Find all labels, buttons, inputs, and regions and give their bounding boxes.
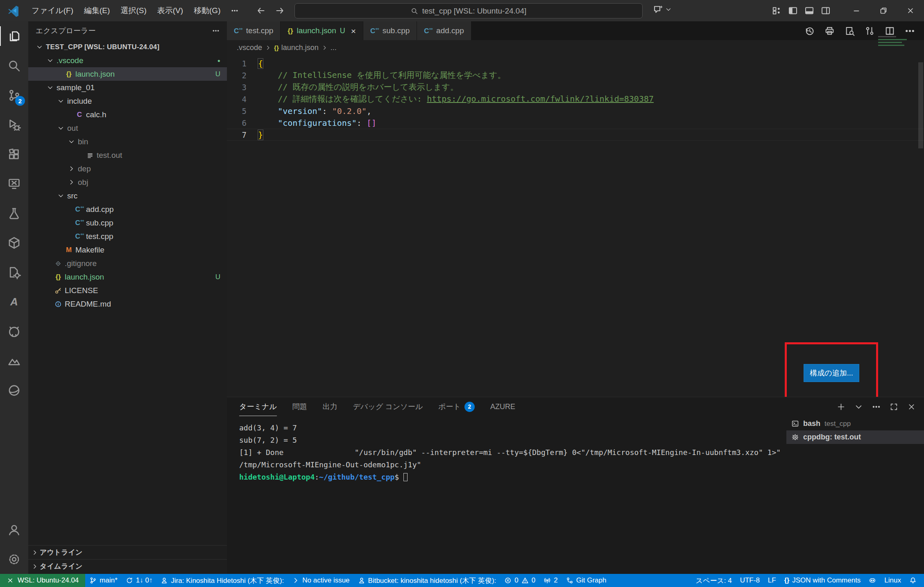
- tree-item-obj[interactable]: obj: [28, 175, 227, 189]
- activity-explorer[interactable]: [0, 21, 28, 51]
- menu-表示(V)[interactable]: 表示(V): [152, 0, 188, 21]
- nav-back[interactable]: [256, 6, 266, 16]
- customize-layout-button[interactable]: [768, 0, 785, 21]
- open-changes-button[interactable]: [865, 26, 875, 36]
- activity-run-debug[interactable]: [0, 110, 28, 139]
- activity-azure[interactable]: A: [0, 287, 28, 316]
- activity-azure-devops[interactable]: [0, 346, 28, 375]
- tree-item-sample_01[interactable]: sample_01: [28, 81, 227, 94]
- open-preview-button[interactable]: [845, 26, 855, 36]
- tab-launch.json[interactable]: {}launch.jsonU×: [281, 21, 363, 40]
- breadcrumb-item[interactable]: .vscode: [237, 43, 262, 52]
- status-notifications[interactable]: [905, 574, 921, 587]
- window-minimize-button[interactable]: [843, 0, 870, 21]
- code-editor[interactable]: 1{2 // IntelliSense を使用して利用可能な属性を学べます。3 …: [227, 55, 924, 141]
- status-ports[interactable]: 2: [539, 574, 562, 587]
- activity-containers[interactable]: [0, 228, 28, 257]
- tree-item-test.out[interactable]: test.out: [28, 148, 227, 162]
- toggle-secondary-sidebar-button[interactable]: [818, 0, 834, 21]
- status-active-issue[interactable]: No active issue: [288, 574, 353, 587]
- tab-add.cpp[interactable]: C++add.cpp: [417, 21, 471, 40]
- panel-tab-ポート[interactable]: ポート2: [438, 397, 475, 416]
- menu-more[interactable]: [226, 0, 244, 21]
- tree-item-sub.cpp[interactable]: C++sub.cpp: [28, 216, 227, 230]
- tab-sub.cpp[interactable]: C++sub.cpp: [363, 21, 417, 40]
- status-git-graph[interactable]: Git Graph: [562, 574, 611, 587]
- status-git-branch[interactable]: main*: [85, 574, 121, 587]
- status-git-sync[interactable]: 1↓ 0↑: [122, 574, 157, 587]
- status-copilot[interactable]: [865, 574, 880, 587]
- print-button[interactable]: [824, 26, 835, 36]
- copilot-menu-button[interactable]: [653, 4, 672, 15]
- tree-item-test.cpp[interactable]: C++test.cpp: [28, 230, 227, 243]
- activity-testing[interactable]: [0, 198, 28, 228]
- chevron-down-button[interactable]: [854, 403, 863, 411]
- activity-cmake[interactable]: [0, 257, 28, 287]
- terminal-instance-cppdbg: test.out[interactable]: cppdbg: test.out: [786, 430, 924, 444]
- tree-item-.gitignore[interactable]: .gitignore: [28, 257, 227, 270]
- tree-item-calc.h[interactable]: Ccalc.h: [28, 108, 227, 121]
- more-button[interactable]: [872, 403, 881, 411]
- tree-item-bin[interactable]: bin: [28, 135, 227, 148]
- activity-account[interactable]: [0, 515, 28, 544]
- panel-tab-問題[interactable]: 問題: [292, 397, 307, 416]
- window-close-button[interactable]: [897, 0, 924, 21]
- status-encoding[interactable]: UTF-8: [736, 574, 764, 587]
- tree-item-LICENSE[interactable]: LICENSE: [28, 284, 227, 297]
- terminal-output[interactable]: add(3, 4) = 7sub(7, 2) = 5[1] + Done "/u…: [239, 422, 781, 483]
- tree-item-Makefile[interactable]: MMakefile: [28, 243, 227, 257]
- maximize-button[interactable]: [890, 403, 898, 411]
- menu-ファイル(F)[interactable]: ファイル(F): [26, 0, 79, 21]
- command-center-search[interactable]: test_cpp [WSL: Ubuntu-24.04]: [294, 3, 643, 18]
- tab-close-icon[interactable]: ×: [351, 27, 356, 35]
- breadcrumb-item[interactable]: {}launch.json: [274, 43, 319, 52]
- toggle-sidebar-button[interactable]: [785, 0, 801, 21]
- status-jira[interactable]: Jira: Kinoshita Hidetoshi (木下 英俊):: [156, 574, 288, 587]
- menu-選択(S)[interactable]: 選択(S): [115, 0, 152, 21]
- tree-item-README.md[interactable]: README.md: [28, 297, 227, 311]
- activity-settings[interactable]: [0, 544, 28, 574]
- status-bitbucket[interactable]: Bitbucket: kinoshita hidetoshi (木下 英俊):: [354, 574, 500, 587]
- status-eol[interactable]: LF: [764, 574, 780, 587]
- close-button[interactable]: [907, 403, 916, 411]
- plus-button[interactable]: [837, 403, 845, 411]
- status-language[interactable]: {}JSON with Comments: [780, 574, 865, 587]
- tree-item-include[interactable]: include: [28, 94, 227, 108]
- tree-item-TEST_CPP [WSL: UBUNTU-24.04][interactable]: TEST_CPP [WSL: UBUNTU-24.04]: [28, 40, 227, 54]
- tree-item-add.cpp[interactable]: C++add.cpp: [28, 202, 227, 216]
- tree-item-dep[interactable]: dep: [28, 162, 227, 175]
- nav-forward[interactable]: [275, 6, 285, 16]
- status-problems[interactable]: 00: [500, 574, 539, 587]
- breadcrumb-item[interactable]: ...: [331, 43, 337, 52]
- terminal-instance-bash[interactable]: bashtest_cpp: [786, 417, 924, 430]
- activity-extensions[interactable]: [0, 139, 28, 169]
- window-restore-button[interactable]: [870, 0, 897, 21]
- activity-search[interactable]: [0, 51, 28, 80]
- status-indentation[interactable]: スペース: 4: [692, 574, 736, 587]
- panel-tab-デバッグ コンソール[interactable]: デバッグ コンソール: [353, 397, 423, 416]
- panel-tab-出力[interactable]: 出力: [323, 397, 337, 416]
- status-os[interactable]: Linux: [880, 574, 905, 587]
- split-editor-button[interactable]: [885, 26, 895, 36]
- more-button[interactable]: [905, 26, 915, 36]
- menu-編集(E)[interactable]: 編集(E): [79, 0, 115, 21]
- add-configuration-button[interactable]: 構成の追加...: [804, 364, 859, 382]
- toggle-panel-button[interactable]: [801, 0, 818, 21]
- tree-item-.vscode[interactable]: .vscode●: [28, 54, 227, 67]
- explorer-more-actions-icon[interactable]: [212, 27, 220, 34]
- activity-github[interactable]: [0, 316, 28, 346]
- remote-indicator[interactable]: WSL: Ubuntu-24.04: [0, 574, 85, 587]
- tree-item-src[interactable]: src: [28, 189, 227, 202]
- panel-tab-ターミナル[interactable]: ターミナル: [239, 397, 277, 416]
- section-アウトライン[interactable]: アウトライン: [28, 545, 227, 559]
- tree-item-launch.json[interactable]: {}launch.jsonU: [28, 67, 227, 81]
- panel-tab-AZURE[interactable]: AZURE: [490, 397, 515, 416]
- tree-item-launch.json[interactable]: {}launch.jsonU: [28, 270, 227, 284]
- menu-移動(G)[interactable]: 移動(G): [188, 0, 226, 21]
- section-タイムライン[interactable]: タイムライン: [28, 559, 227, 573]
- history-button[interactable]: [804, 26, 815, 36]
- tree-item-out[interactable]: out: [28, 121, 227, 135]
- editor-scrollbar-thumb[interactable]: [918, 62, 923, 148]
- activity-source-control[interactable]: 2: [0, 80, 28, 110]
- activity-edge[interactable]: [0, 375, 28, 405]
